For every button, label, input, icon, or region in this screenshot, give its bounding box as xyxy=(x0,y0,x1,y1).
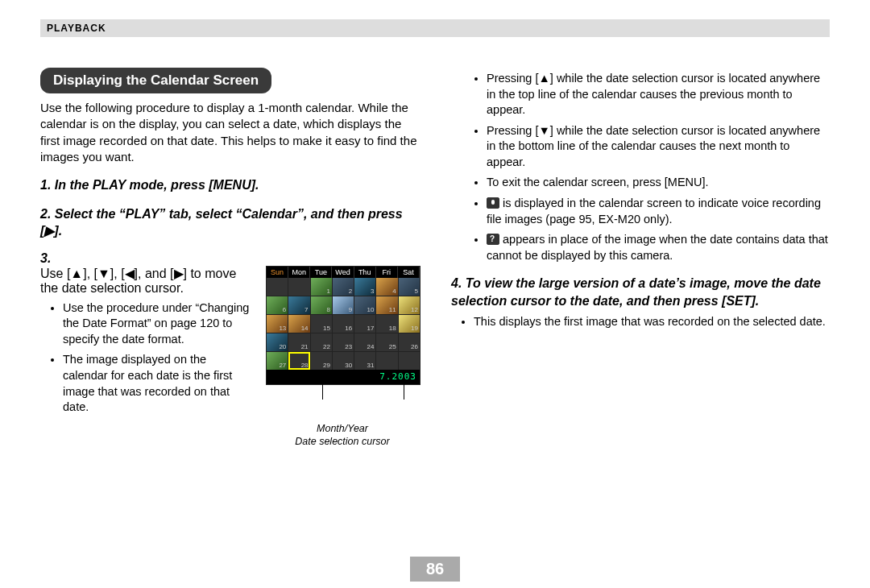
step-3-bullets: Use the procedure under “Changing the Da… xyxy=(40,300,251,416)
step-3: Use [▲], [▼], [◀], and [▶] to move the d… xyxy=(40,251,419,449)
step-3-more-bullets: Pressing [▲] while the date selection cu… xyxy=(451,71,830,263)
calendar-cell: 6 xyxy=(267,296,288,314)
calendar-cell: 29 xyxy=(311,352,332,370)
calendar-cell: 7 xyxy=(288,296,309,314)
left-column: Displaying the Calendar Screen Use the f… xyxy=(40,48,419,540)
calendar-cell xyxy=(288,278,309,296)
page-number: 86 xyxy=(410,557,460,582)
calendar-cell: 15 xyxy=(311,315,332,333)
calendar-day-label: Wed xyxy=(332,267,354,278)
calendar-day-label: Sun xyxy=(267,267,288,278)
calendar-cell: 5 xyxy=(399,278,420,296)
calendar-cell: 28 xyxy=(288,352,309,370)
calendar-cell: 17 xyxy=(354,315,375,333)
step-2-text: Select the “PLAY” tab, select “Calendar”… xyxy=(40,207,403,238)
calendar-cell: 22 xyxy=(311,333,332,351)
calendar-day-header: SunMonTueWedThuFriSat xyxy=(267,267,420,278)
step-4-bullets: This displays the first image that was r… xyxy=(451,314,830,330)
list-item: The image displayed on the calendar for … xyxy=(63,352,251,415)
calendar-cell: 26 xyxy=(399,333,420,351)
calendar-cell: 9 xyxy=(333,296,354,314)
calendar-grid: 1234567891011121314151617181920212223242… xyxy=(267,278,420,370)
calendar-cell: 11 xyxy=(376,296,397,314)
calendar-cell: 24 xyxy=(354,333,375,351)
calendar-annotations: Month/Year Date selection cursor xyxy=(266,422,419,449)
intro-paragraph: Use the following procedure to display a… xyxy=(40,100,419,165)
calendar-cell: 12 xyxy=(399,296,420,314)
annotation-lines xyxy=(266,385,419,403)
calendar-day-label: Thu xyxy=(354,267,376,278)
calendar-cell: 30 xyxy=(333,352,354,370)
section-header-label: PLAYBACK xyxy=(40,19,830,37)
calendar-cell: 4 xyxy=(376,278,397,296)
calendar-cell: 27 xyxy=(267,352,288,370)
right-column: Pressing [▲] while the date selection cu… xyxy=(451,48,830,540)
section-header-bar: PLAYBACK xyxy=(40,19,830,37)
calendar-cell xyxy=(376,352,397,370)
unknown-data-icon xyxy=(487,234,499,245)
calendar-cell: 21 xyxy=(288,333,309,351)
calendar-cell: 19 xyxy=(399,315,420,333)
step-4: To view the large version of a date’s im… xyxy=(451,275,830,330)
calendar-day-label: Mon xyxy=(288,267,310,278)
annot-month-year: Month/Year xyxy=(317,423,368,434)
step-1: In the PLAY mode, press [MENU]. xyxy=(40,176,419,194)
list-item: is displayed in the calendar screen to i… xyxy=(487,196,830,227)
step-4-text: To view the large version of a date’s im… xyxy=(451,276,821,308)
calendar-day-label: Tue xyxy=(310,267,332,278)
calendar-cell: 16 xyxy=(333,315,354,333)
calendar-cell: 8 xyxy=(311,296,332,314)
list-item: Pressing [▲] while the date selection cu… xyxy=(487,71,830,118)
list-item: appears in place of the image when the d… xyxy=(487,232,830,263)
calendar-cell xyxy=(267,278,288,296)
step-3-text: Use [▲], [▼], [◀], and [▶] to move the d… xyxy=(40,267,236,295)
calendar-day-label: Fri xyxy=(376,267,398,278)
list-item: Use the procedure under “Changing the Da… xyxy=(63,300,251,348)
calendar-cell: 20 xyxy=(267,333,288,351)
step-1-text: In the PLAY mode, press [MENU]. xyxy=(55,178,259,192)
calendar-month-year: 7.2003 xyxy=(267,370,420,384)
calendar-cell: 13 xyxy=(267,315,288,333)
calendar-cell: 25 xyxy=(376,333,397,351)
calendar-cell: 31 xyxy=(354,352,375,370)
calendar-cell: 1 xyxy=(311,278,332,296)
calendar-cell: 18 xyxy=(376,315,397,333)
calendar-figure: SunMonTueWedThuFriSat 123456789101112131… xyxy=(266,266,419,449)
calendar-cell: 10 xyxy=(354,296,375,314)
calendar-cell: 3 xyxy=(354,278,375,296)
calendar-cell: 2 xyxy=(333,278,354,296)
calendar-cell: 23 xyxy=(333,333,354,351)
annot-cursor: Date selection cursor xyxy=(295,436,389,447)
list-item: To exit the calendar screen, press [MENU… xyxy=(487,175,830,191)
list-item: Pressing [▼] while the date selection cu… xyxy=(487,123,830,171)
step-2: Select the “PLAY” tab, select “Calendar”… xyxy=(40,205,419,240)
page-number-wrap: 86 xyxy=(0,557,870,582)
section-title: Displaying the Calendar Screen xyxy=(40,68,271,93)
calendar-cell: 14 xyxy=(288,315,309,333)
list-item: This displays the first image that was r… xyxy=(474,314,830,330)
calendar-cell xyxy=(399,352,420,370)
calendar-day-label: Sat xyxy=(398,267,420,278)
microphone-icon xyxy=(487,197,499,209)
